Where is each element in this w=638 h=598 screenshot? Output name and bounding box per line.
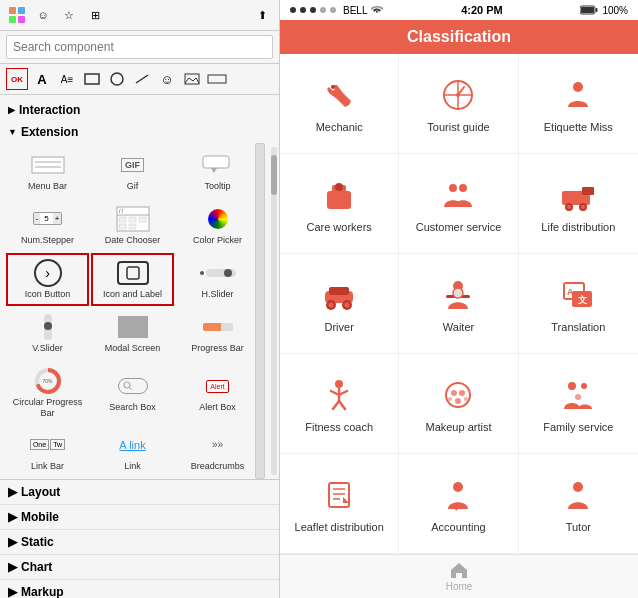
tutor-label: Tutor [566, 521, 591, 533]
section-static[interactable]: ▶ Static [0, 530, 279, 555]
image-tool[interactable] [181, 68, 203, 90]
section-extension[interactable]: ▼ Extension [0, 121, 279, 143]
comp-search-box[interactable]: Search Box [91, 362, 174, 424]
category-accounting[interactable]: ¥ Accounting [399, 454, 518, 554]
svg-text:¥: ¥ [453, 504, 459, 513]
category-driver[interactable]: Driver [280, 254, 399, 354]
svg-point-39 [335, 183, 343, 191]
svg-rect-9 [32, 157, 64, 173]
comp-h-slider[interactable]: H.Slider [176, 253, 259, 306]
svg-rect-0 [9, 7, 16, 14]
category-tutor[interactable]: Tutor [519, 454, 638, 554]
section-mobile[interactable]: ▶ Mobile [0, 505, 279, 530]
scrollbar-thumb[interactable] [271, 155, 277, 195]
section-layout[interactable]: ▶ Layout [0, 480, 279, 505]
category-family-service[interactable]: Family service [519, 354, 638, 454]
svg-point-56 [453, 288, 463, 298]
svg-line-66 [339, 401, 345, 409]
comp-v-slider[interactable]: V.Slider [6, 308, 89, 360]
svg-line-6 [136, 75, 148, 83]
category-customer-service[interactable]: Customer service [399, 154, 518, 254]
svg-point-35 [456, 93, 460, 97]
accounting-icon: ¥ [438, 475, 478, 515]
category-fitness-coach[interactable]: Fitness coach [280, 354, 399, 454]
emoji-tool[interactable]: ☺ [156, 68, 178, 90]
app-header: Classification [280, 20, 638, 54]
rect-tool[interactable] [81, 68, 103, 90]
num-stepper-icon: - 5 + [30, 205, 66, 233]
fitness-label: Fitness coach [305, 421, 373, 433]
svg-rect-29 [581, 7, 594, 13]
line-tool[interactable] [131, 68, 153, 90]
phone-frame: BELL 4:20 PM 100% Classification [280, 0, 638, 598]
care-workers-icon [319, 175, 359, 215]
arrow-icon: ▶ [8, 105, 15, 115]
comp-gif[interactable]: GIF Gif [91, 145, 174, 197]
comp-tooltip[interactable]: Tooltip [176, 145, 259, 197]
star-icon[interactable]: ☆ [58, 4, 80, 26]
input-tool[interactable] [206, 68, 228, 90]
extension-label: Extension [21, 125, 78, 139]
gif-icon: GIF [115, 151, 151, 179]
section-chart[interactable]: ▶ Chart [0, 555, 279, 580]
comp-color-picker[interactable]: Color Picker [176, 199, 259, 251]
section-markup[interactable]: ▶ Markup [0, 580, 279, 598]
grid-icon[interactable]: ⊞ [84, 4, 106, 26]
svg-point-69 [459, 390, 465, 396]
category-etiquette[interactable]: Etiquette Miss [519, 54, 638, 154]
text-tool[interactable]: A [31, 68, 53, 90]
comp-menu-bar[interactable]: Menu Bar [6, 145, 89, 197]
layout-arrow-icon: ▶ [8, 485, 17, 499]
category-care-workers[interactable]: Care workers [280, 154, 399, 254]
link-icon: A link [115, 431, 151, 459]
svg-point-5 [111, 73, 123, 85]
battery-percent: 100% [602, 5, 628, 16]
makeup-icon [438, 375, 478, 415]
comp-icon-label[interactable]: Icon and Label [91, 253, 174, 306]
category-makeup-artist[interactable]: Makeup artist [399, 354, 518, 454]
svg-rect-43 [582, 187, 594, 195]
markup-label: Markup [21, 585, 64, 598]
scrollbar-track[interactable] [271, 147, 277, 475]
comp-icon-button[interactable]: › Icon Button [6, 253, 89, 306]
category-mechanic[interactable]: Mechanic [280, 54, 399, 154]
category-life-distribution[interactable]: Life distribution [519, 154, 638, 254]
signal-dots: BELL [290, 5, 383, 16]
tooltip-icon [200, 151, 236, 179]
search-input[interactable] [6, 35, 273, 59]
category-leaflet[interactable]: Leaflet distribution [280, 454, 399, 554]
svg-point-75 [575, 394, 581, 400]
category-translation[interactable]: A 文 Translation [519, 254, 638, 354]
section-interaction[interactable]: ▶ Interaction [0, 99, 279, 121]
expand-icon[interactable]: ⬆ [251, 4, 273, 26]
comp-link-bar[interactable]: One Tw Link Bar [6, 425, 89, 477]
text-align-tool[interactable]: A≡ [56, 68, 78, 90]
comp-circular-progress[interactable]: 70% Circular Progress Bar [6, 362, 89, 424]
h-slider-icon [200, 259, 236, 287]
svg-point-68 [451, 390, 457, 396]
comp-modal-screen[interactable]: Modal Screen [91, 308, 174, 360]
comp-num-stepper[interactable]: - 5 + Num.Stepper [6, 199, 89, 251]
svg-rect-20 [119, 224, 126, 229]
logo-icon[interactable] [6, 4, 28, 26]
home-tab[interactable]: Home [446, 561, 473, 592]
ok-tool[interactable]: OK [6, 68, 28, 90]
menu-bar-label: Menu Bar [28, 181, 67, 192]
link-label: Link [124, 461, 141, 472]
comp-date-chooser[interactable]: / / Date Chooser [91, 199, 174, 251]
category-waiter[interactable]: Waiter [399, 254, 518, 354]
emoji-icon[interactable]: ☺ [32, 4, 54, 26]
wifi-icon [371, 5, 383, 15]
comp-link[interactable]: A link Link [91, 425, 174, 477]
comp-alert-box[interactable]: Alert Alert Box [176, 362, 259, 424]
driver-icon [319, 275, 359, 315]
svg-point-47 [581, 205, 585, 209]
svg-rect-18 [129, 217, 136, 222]
comp-breadcrumbs[interactable]: »» Breadcrumbs [176, 425, 259, 477]
category-tourist-guide[interactable]: Tourist guide [399, 54, 518, 154]
circle-tool[interactable] [106, 68, 128, 90]
comp-progress-bar[interactable]: Progress Bar [176, 308, 259, 360]
dot-5 [330, 7, 336, 13]
svg-point-71 [448, 397, 452, 401]
mechanic-icon [319, 75, 359, 115]
